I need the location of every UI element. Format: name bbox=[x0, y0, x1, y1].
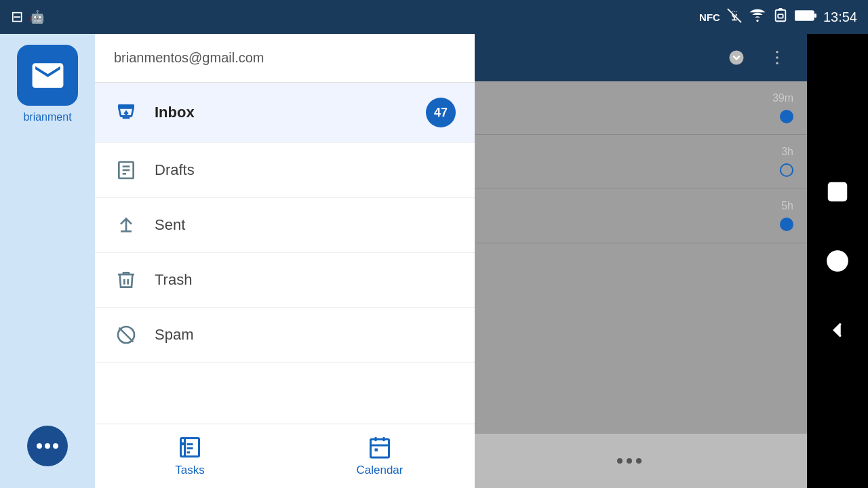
inbox-badge: 47 bbox=[426, 98, 456, 127]
drawer-header: brianmentos@gmail.com bbox=[95, 34, 475, 83]
inbox-icon bbox=[114, 100, 138, 125]
svg-rect-6 bbox=[814, 14, 816, 18]
sim-icon bbox=[773, 8, 788, 26]
svg-point-34 bbox=[828, 251, 848, 271]
drafts-label: Drafts bbox=[155, 161, 195, 179]
status-bar-right: NFC bbox=[699, 8, 857, 26]
spam-icon bbox=[114, 323, 138, 347]
svg-line-14 bbox=[119, 328, 134, 342]
email-dot-2 bbox=[780, 163, 793, 177]
svg-point-28 bbox=[776, 62, 778, 64]
trash-label: Trash bbox=[155, 271, 192, 289]
main-tab-more[interactable] bbox=[451, 434, 807, 488]
spam-label: Spam bbox=[155, 326, 193, 344]
trash-icon bbox=[114, 268, 138, 292]
email-meta-1: 39m bbox=[772, 92, 793, 123]
email-meta-3: 5h bbox=[780, 200, 793, 231]
email-meta-2: 3h bbox=[780, 146, 793, 177]
nav-circle[interactable] bbox=[820, 243, 855, 279]
svg-rect-24 bbox=[375, 449, 378, 452]
email-dot-1 bbox=[780, 110, 793, 123]
nav-bar bbox=[807, 34, 868, 488]
email-time-1: 39m bbox=[772, 92, 793, 104]
dot2 bbox=[45, 443, 50, 449]
dot-b bbox=[627, 458, 632, 464]
dot1 bbox=[37, 443, 42, 449]
inbox-label: Inbox bbox=[155, 104, 195, 121]
drawer-email: brianmentos@gmail.com bbox=[114, 50, 264, 65]
nfc-icon: NFC bbox=[699, 12, 720, 23]
status-time: 13:54 bbox=[823, 9, 857, 25]
svg-rect-19 bbox=[182, 443, 185, 446]
email-dot-3 bbox=[780, 218, 793, 231]
drawer-tab-calendar[interactable]: Calendar bbox=[285, 424, 475, 488]
dot-a bbox=[617, 458, 623, 464]
battery-icon bbox=[795, 9, 816, 25]
nav-square[interactable] bbox=[820, 174, 855, 209]
sent-label: Sent bbox=[155, 216, 185, 234]
wifi-icon bbox=[749, 8, 766, 26]
mute-icon bbox=[727, 8, 742, 26]
svg-rect-5 bbox=[795, 11, 814, 20]
app-container: brianment brianmentos@gmail.com Inbox 47 bbox=[0, 34, 868, 488]
mail-header-button[interactable] bbox=[720, 41, 753, 74]
email-time-2: 3h bbox=[781, 146, 793, 158]
drawer-item-spam[interactable]: Spam bbox=[95, 308, 475, 363]
status-bar-left: ⊟ 🤖 bbox=[11, 8, 45, 26]
avatar-container: brianment bbox=[17, 45, 78, 123]
avatar-icon[interactable] bbox=[17, 45, 78, 106]
calendar-tab-label: Calendar bbox=[357, 464, 403, 477]
avatar-name: brianment bbox=[23, 111, 71, 123]
calendar-icon bbox=[368, 435, 392, 460]
android-icon: 🤖 bbox=[30, 9, 45, 24]
drawer-item-trash[interactable]: Trash bbox=[95, 253, 475, 308]
more-dots bbox=[617, 458, 642, 464]
svg-point-25 bbox=[730, 51, 744, 65]
drafts-icon bbox=[114, 158, 138, 182]
dot-c bbox=[636, 458, 642, 464]
tasks-tab-label: Tasks bbox=[175, 464, 204, 477]
svg-point-26 bbox=[776, 51, 778, 54]
sent-icon bbox=[114, 213, 138, 237]
drawer-item-drafts[interactable]: Drafts bbox=[95, 143, 475, 198]
email-time-3: 5h bbox=[781, 200, 793, 212]
drawer-tab-tasks[interactable]: Tasks bbox=[95, 424, 285, 488]
more-header-button[interactable] bbox=[761, 41, 793, 74]
tasks-icon bbox=[178, 435, 202, 460]
svg-rect-3 bbox=[776, 9, 786, 21]
svg-rect-20 bbox=[371, 439, 389, 458]
screenshot-icon: ⊟ bbox=[11, 8, 23, 26]
left-sidebar: brianment bbox=[0, 34, 95, 488]
drawer-bottom-tabs: Tasks Calendar bbox=[95, 424, 475, 488]
svg-point-27 bbox=[776, 56, 778, 59]
more-button[interactable] bbox=[27, 426, 68, 466]
drawer-item-sent[interactable]: Sent bbox=[95, 198, 475, 253]
status-bar: ⊟ 🤖 NFC bbox=[0, 0, 868, 34]
dot3 bbox=[53, 443, 58, 449]
drawer: brianmentos@gmail.com Inbox 47 bbox=[95, 34, 475, 488]
nav-back[interactable] bbox=[820, 312, 855, 348]
svg-rect-4 bbox=[778, 14, 783, 18]
drawer-item-inbox[interactable]: Inbox 47 bbox=[95, 83, 475, 143]
svg-rect-33 bbox=[829, 183, 846, 200]
